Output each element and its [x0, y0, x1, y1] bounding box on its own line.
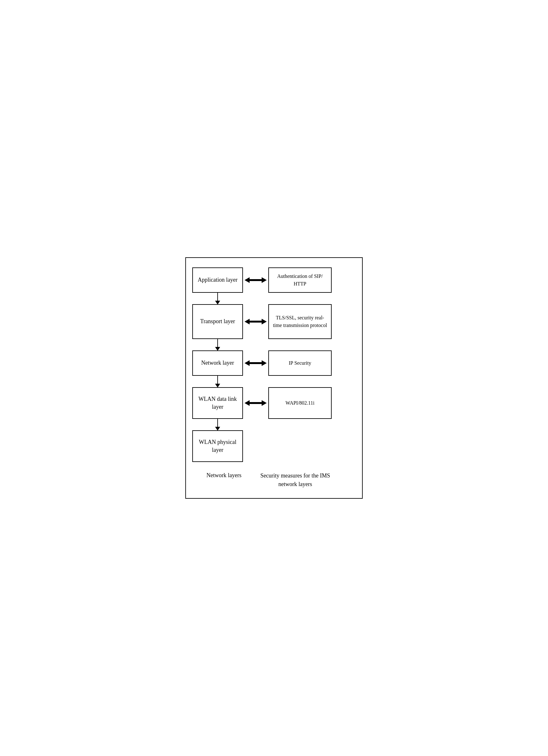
row-wlan-physical: WLAN physical layer	[192, 430, 356, 462]
authentication-box: Authentication of SIP/ HTTP	[268, 267, 332, 293]
row-application: Application layer Authentication of SIP/…	[192, 267, 356, 293]
double-arrow-wlan-data-icon	[245, 398, 267, 408]
arrow-down-4	[217, 419, 218, 430]
tls-box: TLS/SSL, security real-time transmission…	[268, 304, 332, 339]
double-arrow-icon	[245, 275, 267, 285]
application-layer-box: Application layer	[192, 267, 243, 293]
wlan-data-layer-label: WLAN data link layer	[196, 395, 239, 411]
transport-layer-box: Transport layer	[192, 304, 243, 339]
svg-marker-5	[262, 319, 267, 324]
application-layer-label: Application layer	[198, 276, 237, 284]
double-arrow-transport-icon	[245, 317, 267, 326]
svg-rect-7	[249, 362, 262, 364]
transport-layer-label: Transport layer	[200, 317, 235, 325]
row-wlan-data: WLAN data link layer WAPI/802.11i	[192, 387, 356, 419]
arrow-wlan-data	[243, 398, 268, 408]
svg-marker-11	[262, 400, 267, 406]
arrow-down-1	[217, 293, 218, 304]
tls-label: TLS/SSL, security real-time transmission…	[272, 314, 328, 329]
svg-marker-9	[245, 400, 250, 406]
diagram-container: Application layer Authentication of SIP/…	[185, 257, 363, 499]
wapi-label: WAPI/802.11i	[285, 399, 314, 407]
footer-labels: Network layers Security measures for the…	[192, 471, 356, 489]
arrow-network	[243, 358, 268, 368]
arrow-transport	[243, 317, 268, 326]
wlan-data-layer-box: WLAN data link layer	[192, 387, 243, 419]
svg-marker-8	[262, 360, 267, 366]
svg-rect-1	[249, 279, 262, 281]
ipsecurity-label: IP Security	[289, 359, 311, 367]
arrow-down-3	[217, 376, 218, 387]
wlan-physical-layer-label: WLAN physical layer	[196, 438, 239, 454]
svg-marker-2	[262, 277, 267, 283]
wapi-box: WAPI/802.11i	[268, 387, 332, 419]
svg-rect-4	[249, 321, 262, 323]
arrow-down-2	[217, 339, 218, 350]
ipsecurity-box: IP Security	[268, 350, 332, 376]
footer-right: Security measures for the IMS network la…	[256, 471, 332, 489]
svg-marker-3	[245, 319, 250, 324]
row-network: Network layer IP Security	[192, 350, 356, 376]
authentication-label: Authentication of SIP/ HTTP	[272, 272, 328, 288]
svg-marker-0	[245, 277, 250, 283]
arrow-application	[243, 275, 268, 285]
network-layer-label: Network layer	[201, 359, 234, 367]
wlan-physical-layer-box: WLAN physical layer	[192, 430, 243, 462]
svg-rect-10	[249, 402, 262, 404]
svg-marker-6	[245, 360, 250, 366]
double-arrow-network-icon	[245, 358, 267, 368]
footer-left: Network layers	[192, 471, 256, 489]
row-transport: Transport layer TLS/SSL, security real-t…	[192, 304, 356, 339]
network-layer-box: Network layer	[192, 350, 243, 376]
